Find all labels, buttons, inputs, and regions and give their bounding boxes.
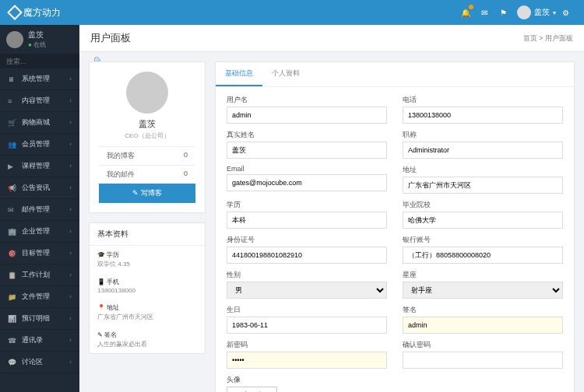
menu-icon: ▶ (8, 163, 17, 170)
profile-card: 盖茨 CEO（总公司） 我的博客0我的邮件0 ✎ 写博客 (89, 61, 206, 213)
sidebar-item-1[interactable]: ≡内容管理‹ (0, 90, 79, 112)
menu-label: 预订明细 (22, 313, 50, 324)
input-newpwd[interactable] (227, 352, 387, 369)
profile-name: 盖茨 (99, 118, 195, 130)
menu-label: 企业管理 (22, 226, 50, 236)
input-email[interactable] (227, 174, 387, 191)
label-birthday: 生日 (227, 305, 387, 315)
sidebar-item-4[interactable]: ▶课程管理‹ (0, 156, 79, 177)
label-gender: 性别 (227, 270, 387, 280)
tab-0[interactable]: 基础信息 (216, 62, 262, 86)
flag-icon[interactable]: ⚑ (494, 3, 512, 22)
page-title: 用户面板 (90, 31, 523, 45)
label-realname: 真实姓名 (227, 130, 387, 140)
stat-row-0[interactable]: 我的博客0 (99, 146, 195, 165)
info-label: 📍 地址 (97, 303, 197, 312)
menu-icon: 📢 (8, 184, 17, 192)
sidebar-item-8[interactable]: 🎯目标管理‹ (0, 243, 79, 264)
breadcrumb-home[interactable]: 首页 (523, 34, 537, 42)
menu-label: 购物商城 (22, 117, 50, 128)
label-confirmpwd: 确认密码 (403, 340, 563, 350)
input-address[interactable] (403, 177, 563, 194)
info-label: 🎓 学历 (97, 250, 197, 259)
upload-avatar-button[interactable]: ⇧ 上传头像 (227, 387, 277, 392)
input-birthday[interactable] (227, 317, 387, 334)
profile-avatar (126, 72, 168, 114)
chevron-left-icon: ‹ (69, 141, 72, 148)
info-label: 📱 手机 (97, 278, 197, 286)
input-education[interactable] (227, 212, 387, 229)
chevron-left-icon: ‹ (69, 119, 72, 126)
info-label: ✎ 签名 (97, 331, 197, 339)
info-item-2: 📍 地址广东省广州市天河区 (90, 299, 205, 326)
menu-icon: ✉ (8, 206, 17, 214)
menu-label: 课程管理 (22, 161, 50, 171)
stat-value: 0 (184, 151, 188, 161)
info-value: 13800138000 (97, 287, 197, 294)
sidebar-item-0[interactable]: 🖥系统管理‹ (0, 68, 79, 90)
label-constellation: 星座 (403, 270, 563, 280)
breadcrumb-bar: 用户面板 首页 > 用户面板 (79, 25, 584, 52)
chevron-left-icon: ‹ (69, 293, 72, 300)
menu-icon: 🏢 (8, 228, 17, 236)
sidebar-item-13[interactable]: 💬讨论区‹ (0, 352, 79, 373)
settings-icon[interactable]: ⚙ (556, 3, 575, 22)
menu-label: 文件管理 (22, 292, 50, 302)
mail-icon[interactable]: ✉ (475, 3, 494, 22)
sidebar-item-9[interactable]: 📋工作计划‹ (0, 264, 79, 286)
sidebar-item-7[interactable]: 🏢企业管理‹ (0, 221, 79, 243)
brand-logo[interactable]: 魔方动力 (9, 6, 61, 19)
info-item-1: 📱 手机13800138000 (90, 273, 205, 299)
label-signature: 签名 (403, 305, 563, 315)
sidebar-item-10[interactable]: 📁文件管理‹ (0, 286, 79, 308)
sidebar-item-12[interactable]: ☎通讯录‹ (0, 330, 79, 352)
input-bankcard[interactable] (403, 247, 563, 264)
input-position[interactable] (403, 142, 563, 159)
header-avatar[interactable] (517, 5, 531, 19)
sidebar-username: 盖茨 (28, 30, 46, 40)
sidebar-search: 🔍 (0, 54, 79, 68)
input-username[interactable] (227, 107, 387, 124)
select-gender[interactable]: 男 (227, 282, 387, 299)
profile-role: CEO（总公司） (99, 131, 195, 140)
input-school[interactable] (403, 212, 563, 229)
input-idcard[interactable] (227, 247, 387, 264)
sidebar-item-6[interactable]: ✉邮件管理‹ (0, 199, 79, 221)
content-area: 用户面板 首页 > 用户面板 盖茨 CEO（总公司） 我的博客0我的邮件0 ✎ … (79, 25, 584, 392)
sidebar-item-3[interactable]: 👥会员管理‹ (0, 134, 79, 156)
chevron-left-icon: ‹ (69, 250, 72, 257)
menu-icon: 📊 (8, 315, 17, 323)
input-realname[interactable] (227, 142, 387, 159)
input-confirmpwd[interactable] (403, 352, 563, 369)
input-phone[interactable] (403, 107, 563, 124)
label-bankcard: 银行账号 (403, 235, 563, 245)
header-username: 盖茨 (534, 7, 550, 18)
label-education: 学历 (227, 200, 387, 210)
select-constellation[interactable]: 射手座 (403, 282, 563, 299)
sidebar-menu: 🖥系统管理‹≡内容管理‹🛒购物商城‹👥会员管理‹▶课程管理‹📢公告资讯‹✉邮件管… (0, 68, 79, 373)
chevron-left-icon: ‹ (69, 359, 72, 366)
menu-label: 讨论区 (22, 357, 43, 367)
menu-label: 目标管理 (22, 248, 50, 258)
info-value: 双学位 4.35 (97, 260, 197, 268)
tabs: 基础信息个人资料 (216, 62, 574, 87)
chevron-left-icon: ‹ (69, 163, 72, 170)
input-signature[interactable] (403, 317, 563, 334)
stat-label: 我的博客 (107, 151, 135, 161)
notification-icon[interactable]: 🔔 (456, 3, 475, 22)
stat-row-1[interactable]: 我的邮件0 (99, 165, 195, 184)
label-username: 用户名 (227, 95, 387, 105)
chevron-left-icon: ‹ (69, 75, 72, 82)
sidebar-item-2[interactable]: 🛒购物商城‹ (0, 112, 79, 134)
menu-icon: ≡ (8, 97, 17, 105)
label-email: Email (227, 165, 387, 173)
info-item-0: 🎓 学历双学位 4.35 (90, 246, 205, 273)
sidebar-item-5[interactable]: 📢公告资讯‹ (0, 177, 79, 199)
sidebar-item-11[interactable]: 📊预订明细‹ (0, 308, 79, 330)
tab-1[interactable]: 个人资料 (262, 62, 309, 86)
menu-icon: ☎ (8, 337, 17, 345)
menu-label: 通讯录 (22, 335, 43, 345)
chevron-left-icon: ‹ (69, 228, 72, 235)
write-blog-button[interactable]: ✎ 写博客 (99, 184, 195, 203)
brand-text: 魔方动力 (23, 6, 61, 19)
